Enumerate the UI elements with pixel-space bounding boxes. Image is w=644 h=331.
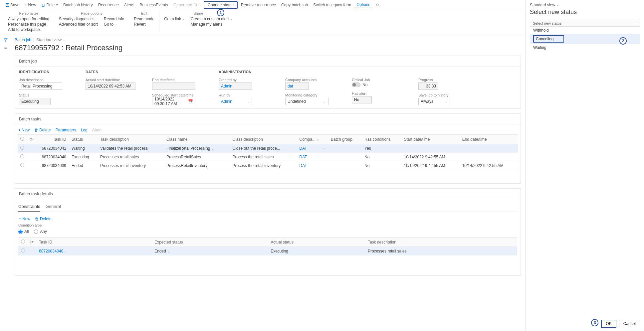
side-view[interactable]: Standard view⌄ (530, 3, 640, 7)
company-cell[interactable]: DAT (297, 153, 328, 161)
copy-batch-button[interactable]: Copy batch job (279, 2, 310, 8)
new-button[interactable]: + New (23, 2, 38, 8)
plus-icon: + (25, 3, 27, 7)
change-status-button[interactable]: Change status (204, 1, 237, 9)
options-button[interactable]: Options (354, 2, 372, 8)
company-cell[interactable]: DAT ⌄ (297, 144, 328, 153)
end-header[interactable]: End date/time (460, 135, 518, 144)
remove-recurrence-button[interactable]: Remove recurrence (239, 2, 278, 8)
alerts-button[interactable]: Alerts (122, 2, 136, 8)
has-cond-header[interactable]: Has conditions (362, 135, 401, 144)
personalize-page[interactable]: Personalize this page (8, 22, 49, 27)
advanced-filter[interactable]: Advanced filter or sort (59, 22, 98, 27)
table-row[interactable]: 68720034040 Executing Processes retail s… (18, 153, 518, 161)
status-header[interactable]: Status (69, 135, 98, 144)
table-row[interactable]: 68720034039 Ended Processes retail inven… (18, 161, 518, 170)
tasks-delete-button[interactable]: 🗑Delete (34, 128, 51, 132)
class-desc-header[interactable]: Class description (230, 135, 297, 144)
security-diagnostics[interactable]: Security diagnostics (59, 17, 98, 21)
breadcrumb-link[interactable]: Batch job (15, 38, 31, 42)
personalize-title: Personalize (8, 11, 49, 15)
company-header[interactable]: Compa...▽ (297, 135, 328, 144)
recurrence-button[interactable]: Recurrence (96, 2, 121, 8)
end-cell: 10/14/2022 9:42:55 AM (460, 161, 518, 170)
radio-all[interactable]: All (18, 229, 29, 234)
refresh-header[interactable]: ⟳ (27, 135, 36, 144)
add-workspace[interactable]: Add to workspace⌄ (8, 27, 49, 32)
refresh-header[interactable]: ⟳ (28, 238, 36, 247)
status-withhold[interactable]: Withhold (530, 27, 640, 34)
create-custom-alert[interactable]: Create a custom alert⌄ (191, 17, 233, 21)
radio-any[interactable]: Any (34, 229, 47, 234)
side-footer: 3 OK Cancel (601, 320, 640, 328)
task-desc-cell: Validates the retail process (98, 144, 164, 153)
select-all-header[interactable] (18, 238, 28, 247)
row-selector[interactable] (21, 248, 25, 252)
task-details-header[interactable]: Batch task details (15, 189, 521, 199)
task-desc-header[interactable]: Task description (98, 135, 164, 144)
list-icon[interactable] (3, 45, 8, 50)
critical-toggle[interactable]: No (352, 83, 367, 87)
business-events-button[interactable]: BusinessEvents (138, 2, 170, 8)
c-desc-header[interactable]: Task description (365, 238, 517, 247)
save-hist-field[interactable]: Always⌄ (418, 98, 450, 105)
batch-history-button[interactable]: Batch job history (61, 2, 95, 8)
class-desc-cell: Process the retail inventory (230, 161, 297, 170)
table-row[interactable]: 68720034041 Waiting Validates the retail… (18, 144, 518, 153)
search-button[interactable] (374, 2, 382, 8)
tasks-new-button[interactable]: +New (18, 128, 30, 132)
run-by-field[interactable]: Admin⌄ (219, 98, 252, 105)
c-task-id-header[interactable]: Task ID (36, 238, 152, 247)
company-cell[interactable]: DAT (297, 161, 328, 170)
row-selector[interactable] (20, 146, 24, 150)
tab-general[interactable]: General (46, 202, 61, 212)
batch-tasks-header[interactable]: Batch tasks (15, 114, 521, 124)
manage-alerts[interactable]: Manage my alerts (191, 22, 233, 27)
delete-button[interactable]: Delete (39, 2, 60, 8)
record-info[interactable]: Record info (104, 17, 124, 21)
filter-icon[interactable] (3, 38, 8, 42)
row-selector[interactable] (20, 154, 24, 158)
task-id-header[interactable]: Task ID (36, 135, 69, 144)
table-row[interactable]: 68720034040 ⌄ Ended ⌄ Executing Processe… (18, 247, 517, 255)
view-selector[interactable]: Standard view ⌄ (36, 38, 65, 42)
start-header[interactable]: Start date/time (401, 135, 459, 144)
batch-group-cell (328, 161, 362, 170)
c-actual-header[interactable]: Actual status (268, 238, 365, 247)
switch-legacy-button[interactable]: Switch to legacy form (311, 2, 353, 8)
calendar-icon[interactable]: 📅 (188, 99, 193, 104)
job-desc-input[interactable]: Retail Processing (19, 83, 62, 90)
class-name-header[interactable]: Class name (164, 135, 230, 144)
revert[interactable]: Revert (134, 22, 154, 27)
save-button[interactable]: Save (3, 2, 21, 8)
c-expected-header[interactable]: Expected status (152, 238, 268, 247)
sched-date-field[interactable]: 10/14/2022 09:30:17 AM📅 (152, 98, 195, 105)
status-cell: Executing (69, 153, 98, 161)
dates-title: DATES (86, 70, 135, 74)
always-open-edit[interactable]: Always open for editing (8, 17, 49, 21)
select-all-header[interactable] (18, 135, 27, 144)
more-icon[interactable]: ⋮ (633, 21, 637, 25)
read-mode[interactable]: Read mode (134, 17, 154, 21)
chevron-down-icon: ⌄ (65, 250, 67, 253)
batch-job-header[interactable]: Batch job (15, 56, 521, 67)
monitoring-field[interactable]: Undefined⌄ (285, 98, 328, 105)
details-delete-button[interactable]: 🗑Delete (35, 217, 52, 221)
row-selector[interactable] (20, 163, 24, 167)
status-waiting[interactable]: Waiting (530, 44, 640, 51)
ok-button[interactable]: OK (601, 320, 616, 328)
batch-group-header[interactable]: Batch group (328, 135, 362, 144)
status-cell: Waiting (69, 144, 98, 153)
get-link[interactable]: Get a link⌄ (164, 17, 185, 21)
trash-icon (41, 3, 45, 7)
status-canceling[interactable]: Canceling 2 (530, 34, 640, 44)
tasks-parameters-button[interactable]: Parameters (56, 128, 76, 132)
c-task-id[interactable]: 68720034040 (39, 249, 63, 253)
annotation-badge-2: 2 (619, 37, 627, 45)
task-desc-cell: Processes retail inventory (98, 161, 164, 170)
tasks-log-button[interactable]: Log (81, 128, 88, 132)
details-new-button[interactable]: +New (19, 217, 30, 221)
tab-constraints[interactable]: Constraints (18, 202, 40, 212)
cancel-button[interactable]: Cancel (619, 320, 640, 327)
go-to[interactable]: Go to⌄ (104, 22, 124, 27)
